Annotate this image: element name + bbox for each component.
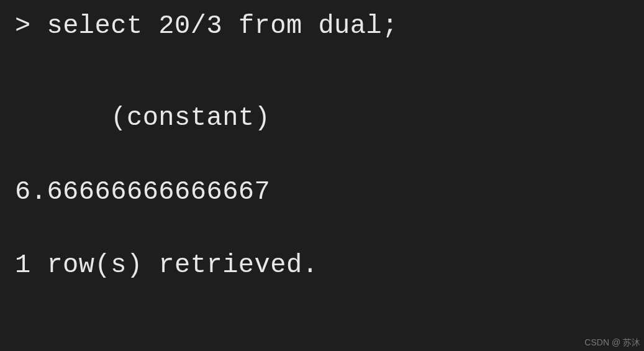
column-header-line: (constant) <box>15 103 629 133</box>
result-row: 6.66666666666667 <box>15 177 629 207</box>
status-line: 1 row(s) retrieved. <box>15 250 629 280</box>
query-line[interactable]: > select 20/3 from dual; <box>15 11 629 41</box>
sql-query: select 20/3 from dual; <box>47 11 398 41</box>
watermark: CSDN @ 苏沐 <box>584 337 640 349</box>
status-text: 1 row(s) retrieved. <box>15 250 318 280</box>
column-header: (constant) <box>111 103 270 133</box>
prompt-symbol: > <box>15 11 31 41</box>
result-value: 6.66666666666667 <box>15 177 270 207</box>
